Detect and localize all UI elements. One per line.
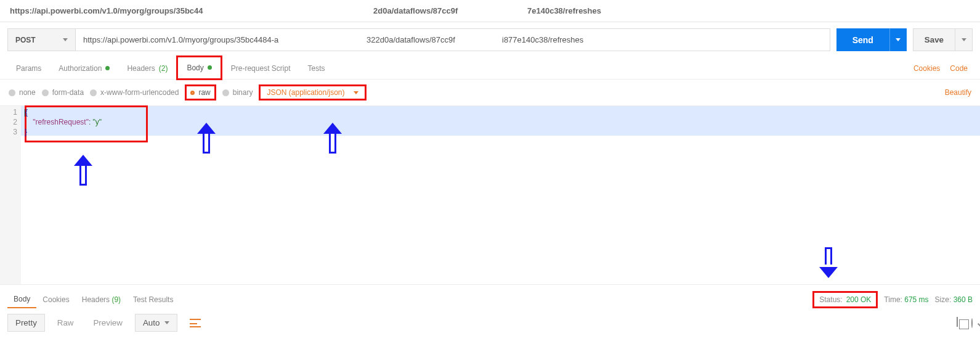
- url-segment: 2d0a/dataflows/87cc9f: [373, 6, 521, 15]
- tab-authorization[interactable]: Authorization: [50, 57, 118, 79]
- resp-tab-body[interactable]: Body: [7, 291, 36, 308]
- radio-binary[interactable]: binary: [222, 88, 253, 97]
- response-size: Size: 360 B: [935, 295, 973, 304]
- annotation-arrow-icon: [74, 155, 92, 186]
- request-row: POST https://api.powerbi.com/v1.0/myorg/…: [0, 22, 980, 57]
- beautify-link[interactable]: Beautify: [945, 88, 971, 97]
- response-toolbar: Pretty Raw Preview Auto: [0, 309, 980, 337]
- preview-button[interactable]: Preview: [86, 314, 129, 331]
- search-button[interactable]: [971, 319, 973, 327]
- request-tabs: Params Authorization Headers (2) Body Pr…: [0, 57, 980, 80]
- copy-icon: [957, 317, 958, 327]
- chevron-down-icon: [354, 91, 358, 94]
- method-value: POST: [15, 36, 36, 44]
- url-segment: 7e140c38/refreshes: [527, 6, 601, 15]
- code-link[interactable]: Code: [945, 64, 973, 73]
- url-segment: https://api.powerbi.com/v1.0/myorg/group…: [10, 6, 232, 15]
- chevron-down-icon: [962, 38, 966, 41]
- chevron-down-icon: [164, 321, 169, 324]
- send-button[interactable]: Send: [836, 28, 889, 51]
- line-gutter: 1 2 3: [0, 106, 21, 284]
- save-button[interactable]: Save: [913, 28, 955, 51]
- format-select[interactable]: Auto: [135, 314, 177, 332]
- search-icon: [971, 318, 973, 328]
- resp-tab-headers[interactable]: Headers (9): [76, 292, 127, 308]
- chevron-down-icon: [63, 38, 68, 41]
- cookies-link[interactable]: Cookies: [909, 64, 945, 73]
- radio-none[interactable]: none: [9, 88, 36, 97]
- http-method-select[interactable]: POST: [7, 28, 75, 51]
- status-dot-icon: [105, 66, 110, 70]
- tab-params[interactable]: Params: [7, 57, 50, 79]
- status-dot-icon: [208, 65, 212, 70]
- tab-prerequest[interactable]: Pre-request Script: [222, 57, 299, 79]
- radio-formdata[interactable]: form-data: [42, 88, 84, 97]
- pretty-button[interactable]: Pretty: [7, 314, 45, 332]
- content-type-select[interactable]: JSON (application/json): [259, 84, 366, 101]
- save-options-button[interactable]: [955, 28, 973, 51]
- copy-button[interactable]: [957, 319, 958, 327]
- body-type-row: none form-data x-www-form-urlencoded raw…: [0, 80, 980, 105]
- chevron-down-icon: [896, 38, 901, 41]
- raw-button[interactable]: Raw: [50, 314, 81, 331]
- annotation-arrow-icon: [819, 247, 838, 278]
- tab-tests[interactable]: Tests: [299, 57, 333, 79]
- tab-headers[interactable]: Headers (2): [118, 57, 176, 79]
- radio-raw[interactable]: raw: [185, 84, 216, 101]
- page-url-bar: https://api.powerbi.com/v1.0/myorg/group…: [0, 0, 980, 22]
- status-indicator: Status: 200 OK: [812, 291, 878, 308]
- radio-xwww[interactable]: x-www-form-urlencoded: [90, 88, 179, 97]
- wrap-button[interactable]: [182, 315, 208, 331]
- response-time: Time: 675 ms: [884, 295, 928, 304]
- tab-body[interactable]: Body: [176, 55, 222, 80]
- send-options-button[interactable]: [889, 28, 907, 51]
- response-tabs: Body Cookies Headers (9) Test Results St…: [0, 284, 980, 309]
- wrap-icon: [190, 319, 201, 327]
- request-url-input[interactable]: https://api.powerbi.com/v1.0/myorg/group…: [75, 28, 830, 51]
- resp-tab-cookies[interactable]: Cookies: [36, 292, 75, 308]
- resp-tab-tests[interactable]: Test Results: [127, 292, 179, 308]
